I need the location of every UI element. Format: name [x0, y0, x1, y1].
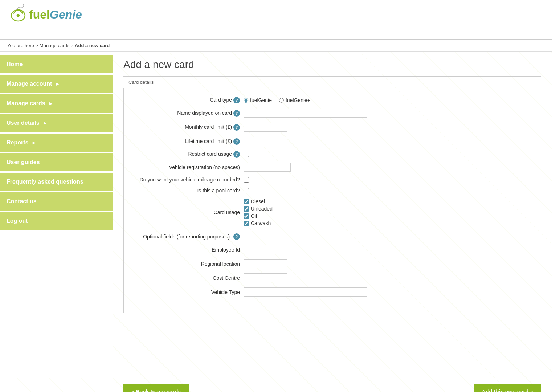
- regional-location-input[interactable]: [244, 259, 287, 268]
- diesel-label: Diesel: [251, 199, 265, 204]
- name-on-card-row: Name displayed on card ?: [135, 109, 530, 118]
- cost-centre-row: Cost Centre: [135, 273, 530, 282]
- card-type-help-icon[interactable]: ?: [233, 97, 240, 103]
- carwash-label: Carwash: [251, 220, 271, 226]
- card-type-fuelgenie[interactable]: fuelGenie: [244, 97, 272, 103]
- sidebar-item-manage-account[interactable]: Manage account ►: [0, 75, 113, 93]
- unleaded-checkbox[interactable]: [244, 206, 249, 212]
- pool-card-row: Is this a pool card?: [135, 188, 530, 193]
- card-type-fuelgenie-plus[interactable]: fuelGenie+: [279, 97, 310, 103]
- lifetime-limit-label: Lifetime card limit (£): [185, 138, 232, 144]
- sidebar: Home Manage account ► Manage cards ► Use…: [0, 52, 113, 378]
- logo-text: fuelGenie: [29, 8, 82, 21]
- logo-icon: [7, 4, 29, 25]
- card-usage-label: Card usage: [214, 209, 240, 215]
- svg-point-1: [17, 14, 20, 17]
- main-content: Add a new card Card details Card type ? …: [113, 52, 552, 378]
- sidebar-item-label: Reports: [7, 139, 28, 146]
- monthly-limit-input[interactable]: [244, 123, 287, 132]
- restrict-usage-label: Restrict card usage: [188, 151, 232, 157]
- card-details-inner: Card type ? fuelGenie fuelGenie+: [124, 88, 541, 313]
- card-type-row: Card type ? fuelGenie fuelGenie+: [135, 97, 530, 103]
- restrict-usage-help-icon[interactable]: ?: [233, 151, 240, 158]
- unleaded-label: Unleaded: [251, 206, 273, 212]
- employee-id-label: Employee Id: [212, 247, 240, 253]
- sidebar-item-reports[interactable]: Reports ►: [0, 134, 113, 152]
- back-button[interactable]: « Back to my cards: [123, 384, 189, 392]
- restrict-usage-row: Restrict card usage ?: [135, 151, 530, 158]
- logo[interactable]: fuelGenie: [7, 4, 545, 25]
- card-usage-unleaded[interactable]: Unleaded: [244, 206, 273, 212]
- sidebar-item-label: User guides: [7, 159, 40, 165]
- lifetime-limit-input[interactable]: [244, 137, 287, 146]
- logo-genie: Genie: [50, 8, 82, 21]
- mileage-checkbox[interactable]: [244, 177, 249, 183]
- page-title: Add a new card: [123, 59, 541, 70]
- sidebar-item-contact-us[interactable]: Contact us: [0, 192, 113, 211]
- card-usage-row: Card usage Diesel Unleaded: [135, 199, 530, 226]
- card-usage-diesel[interactable]: Diesel: [244, 199, 273, 204]
- sidebar-item-user-guides[interactable]: User guides: [0, 153, 113, 171]
- restrict-usage-checkbox[interactable]: [244, 152, 249, 157]
- monthly-limit-label: Monthly card limit (£): [185, 124, 232, 130]
- optional-fields-header-row: Optional fields (for reporting purposes)…: [135, 233, 530, 240]
- sidebar-item-label: Contact us: [7, 198, 37, 204]
- oil-label: Oil: [251, 213, 257, 219]
- card-type-radio-1[interactable]: [244, 98, 248, 103]
- card-usage-checkboxes: Diesel Unleaded Oil: [244, 199, 273, 226]
- sidebar-item-log-out[interactable]: Log out: [0, 212, 113, 230]
- vehicle-reg-label: Vehicle registration (no spaces): [169, 164, 240, 170]
- arrow-icon: ►: [42, 120, 48, 126]
- vehicle-reg-row: Vehicle registration (no spaces): [135, 163, 530, 172]
- breadcrumb-sep1: >: [36, 43, 40, 48]
- optional-help-icon[interactable]: ?: [233, 233, 240, 240]
- sidebar-item-label: Home: [7, 61, 23, 67]
- cost-centre-label: Cost Centre: [213, 275, 240, 281]
- card-type-option1-label: fuelGenie: [250, 97, 272, 103]
- breadcrumb-sep2: >: [71, 43, 75, 48]
- breadcrumb-current: Add a new card: [75, 43, 110, 48]
- regional-location-label: Regional location: [201, 261, 240, 267]
- sidebar-item-manage-cards[interactable]: Manage cards ►: [0, 94, 113, 113]
- regional-location-row: Regional location: [135, 259, 530, 268]
- card-type-label: Card type: [210, 97, 232, 103]
- vehicle-type-label: Vehicle Type: [211, 289, 240, 295]
- sidebar-item-faq[interactable]: Frequently asked questions: [0, 173, 113, 191]
- cost-centre-input[interactable]: [244, 273, 287, 282]
- monthly-limit-row: Monthly card limit (£) ?: [135, 123, 530, 132]
- vehicle-reg-input[interactable]: [244, 163, 291, 172]
- sidebar-item-label: Frequently asked questions: [7, 179, 83, 185]
- employee-id-input[interactable]: [244, 245, 287, 254]
- card-usage-oil[interactable]: Oil: [244, 213, 273, 219]
- diesel-checkbox[interactable]: [244, 199, 249, 204]
- logo-fuel: fuel: [29, 8, 50, 21]
- pool-card-checkbox[interactable]: [244, 188, 249, 193]
- header: fuelGenie: [0, 0, 552, 40]
- vehicle-type-row: Vehicle Type: [135, 287, 530, 297]
- sidebar-item-label: User details: [7, 120, 40, 126]
- card-details-tab[interactable]: Card details: [123, 76, 159, 88]
- carwash-checkbox[interactable]: [244, 221, 249, 226]
- mileage-row: Do you want your vehicle mileage recorde…: [135, 177, 530, 183]
- oil-checkbox[interactable]: [244, 213, 249, 219]
- sidebar-item-user-details[interactable]: User details ►: [0, 114, 113, 132]
- name-on-card-label: Name displayed on card: [177, 110, 232, 116]
- breadcrumb-manage-cards: Manage cards: [40, 43, 69, 48]
- name-on-card-help-icon[interactable]: ?: [233, 110, 240, 117]
- pool-card-label: Is this a pool card?: [197, 188, 240, 193]
- breadcrumb: You are here > Manage cards > Add a new …: [0, 40, 552, 52]
- lifetime-limit-row: Lifetime card limit (£) ?: [135, 137, 530, 146]
- add-card-button[interactable]: Add this new card »: [474, 384, 541, 392]
- sidebar-item-label: Manage cards: [7, 100, 45, 106]
- card-type-radio-2[interactable]: [279, 98, 284, 103]
- breadcrumb-you-are-here: You are here: [7, 43, 34, 48]
- arrow-icon: ►: [55, 81, 60, 87]
- lifetime-limit-help-icon[interactable]: ?: [233, 138, 240, 145]
- card-usage-carwash[interactable]: Carwash: [244, 220, 273, 226]
- sidebar-item-home[interactable]: Home: [0, 55, 113, 73]
- monthly-limit-help-icon[interactable]: ?: [233, 124, 240, 131]
- vehicle-type-input[interactable]: [244, 287, 367, 297]
- optional-label: Optional fields (for reporting purposes)…: [143, 234, 231, 240]
- name-on-card-input[interactable]: [244, 109, 367, 118]
- arrow-icon: ►: [48, 101, 53, 106]
